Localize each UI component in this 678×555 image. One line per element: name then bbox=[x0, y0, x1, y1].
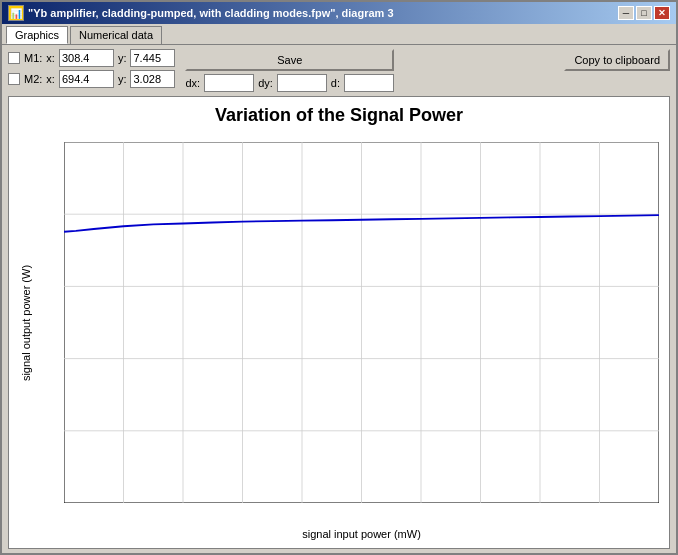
tabs-bar: Graphics Numerical data bbox=[2, 24, 676, 45]
marker-m2-x-label: x: bbox=[46, 73, 55, 85]
marker-m1-y-input[interactable] bbox=[130, 49, 175, 67]
marker-m1-x-input[interactable] bbox=[59, 49, 114, 67]
marker-m1-checkbox[interactable] bbox=[8, 52, 20, 64]
dx-input[interactable] bbox=[204, 74, 254, 92]
chart-area: Variation of the Signal Power signal out… bbox=[8, 96, 670, 549]
marker-m2-x-input[interactable] bbox=[59, 70, 114, 88]
window-controls: ─ □ ✕ bbox=[618, 6, 670, 20]
chart-plot: 0 2 4 6 8 10 0 100 200 300 400 500 600 7… bbox=[64, 142, 659, 503]
action-buttons: Save dx: dy: d: bbox=[185, 49, 394, 92]
x-axis-label: signal input power (mW) bbox=[64, 528, 659, 540]
marker-m2-checkbox[interactable] bbox=[8, 73, 20, 85]
chart-svg: 0 2 4 6 8 10 0 100 200 300 400 500 600 7… bbox=[64, 142, 659, 503]
maximize-button[interactable]: □ bbox=[636, 6, 652, 20]
window-title: "Yb amplifier, cladding-pumped, with cla… bbox=[28, 7, 394, 19]
marker-m2-row: M2: x: y: bbox=[8, 70, 175, 88]
close-button[interactable]: ✕ bbox=[654, 6, 670, 20]
marker-m1-row: M1: x: y: bbox=[8, 49, 175, 67]
main-window: 📊 "Yb amplifier, cladding-pumped, with c… bbox=[0, 0, 678, 555]
d-input[interactable] bbox=[344, 74, 394, 92]
chart-title: Variation of the Signal Power bbox=[9, 97, 669, 130]
marker-m2-label: M2: bbox=[24, 73, 42, 85]
marker-m1-y-label: y: bbox=[118, 52, 127, 64]
tab-graphics[interactable]: Graphics bbox=[6, 26, 68, 44]
marker-m2-y-label: y: bbox=[118, 73, 127, 85]
dx-label: dx: bbox=[185, 77, 200, 89]
window-icon: 📊 bbox=[8, 5, 24, 21]
title-bar: 📊 "Yb amplifier, cladding-pumped, with c… bbox=[2, 2, 676, 24]
markers-panel: M1: x: y: M2: x: y: bbox=[8, 49, 175, 88]
marker-m1-x-label: x: bbox=[46, 52, 55, 64]
marker-m1-label: M1: bbox=[24, 52, 42, 64]
dy-input[interactable] bbox=[277, 74, 327, 92]
dy-label: dy: bbox=[258, 77, 273, 89]
copy-clipboard-button[interactable]: Copy to clipboard bbox=[564, 49, 670, 71]
marker-m2-y-input[interactable] bbox=[130, 70, 175, 88]
save-button[interactable]: Save bbox=[185, 49, 394, 71]
minimize-button[interactable]: ─ bbox=[618, 6, 634, 20]
d-label: d: bbox=[331, 77, 340, 89]
y-axis-label: signal output power (W) bbox=[19, 142, 33, 503]
tab-numerical-data[interactable]: Numerical data bbox=[70, 26, 162, 44]
